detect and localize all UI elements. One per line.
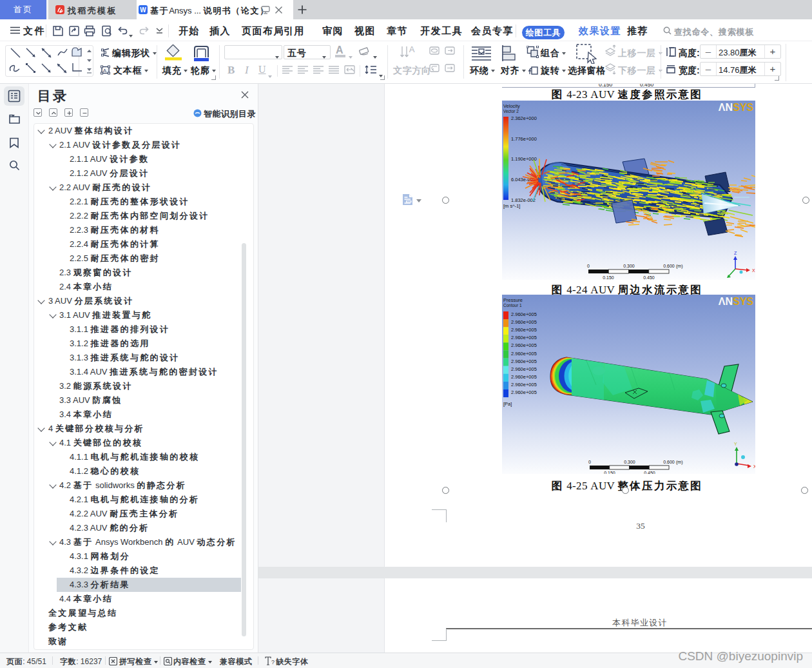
svg-text:A:: A: <box>103 68 108 74</box>
svg-text:2.960e+005: 2.960e+005 <box>511 311 537 317</box>
svg-text:1.190e+000: 1.190e+000 <box>511 156 537 162</box>
svg-text:0: 0 <box>587 264 590 268</box>
svg-text:0.600: 0.600 <box>663 264 675 268</box>
svg-text:2.960e+005: 2.960e+005 <box>511 389 537 395</box>
svg-text:Vector 2: Vector 2 <box>503 109 519 113</box>
svg-text:2.362e+000: 2.362e+000 <box>511 115 537 121</box>
svg-text:Pressure: Pressure <box>503 297 523 303</box>
svg-text:ΛNSYS: ΛNSYS <box>719 102 754 113</box>
svg-text:A: A <box>409 44 415 54</box>
svg-text:W: W <box>140 6 146 14</box>
svg-text:0.450: 0.450 <box>643 275 655 280</box>
svg-text:2.960e+005: 2.960e+005 <box>511 359 537 364</box>
svg-text:[Pa]: [Pa] <box>503 401 512 407</box>
svg-text:[m s^-1]: [m s^-1] <box>503 203 520 209</box>
svg-text:0.150: 0.150 <box>604 471 615 474</box>
svg-text:Contour 1: Contour 1 <box>503 303 522 308</box>
svg-text:1.776e+000: 1.776e+000 <box>511 136 537 142</box>
svg-text:Z: Z <box>734 251 737 255</box>
svg-text:1.832e-002: 1.832e-002 <box>511 197 536 203</box>
svg-text:0: 0 <box>588 460 591 464</box>
svg-text:ΛNSYS: ΛNSYS <box>719 296 754 307</box>
svg-text:0.600: 0.600 <box>663 460 675 464</box>
svg-text:2.960e+005: 2.960e+005 <box>511 374 537 380</box>
svg-text:2.960e+005: 2.960e+005 <box>511 319 537 325</box>
svg-text:0.300: 0.300 <box>623 264 635 268</box>
svg-text:2.960e+005: 2.960e+005 <box>511 335 537 340</box>
svg-text:2.960e+005: 2.960e+005 <box>511 366 537 372</box>
svg-text:2.960e+005: 2.960e+005 <box>511 351 537 357</box>
svg-text:2.960e+005: 2.960e+005 <box>511 327 537 333</box>
svg-text:X: X <box>752 268 755 273</box>
svg-text:Velocity: Velocity <box>503 103 520 109</box>
svg-text:X: X <box>753 464 755 469</box>
svg-text:0.300: 0.300 <box>624 460 635 464</box>
svg-text:0.450: 0.450 <box>644 471 655 474</box>
svg-text:Y: Y <box>734 442 737 446</box>
svg-text:(m): (m) <box>676 460 683 465</box>
svg-text:2.960e+005: 2.960e+005 <box>511 382 537 388</box>
svg-text:(m): (m) <box>676 264 683 269</box>
svg-text:2.960e+005: 2.960e+005 <box>511 342 537 348</box>
svg-text:0.150: 0.150 <box>603 275 614 280</box>
